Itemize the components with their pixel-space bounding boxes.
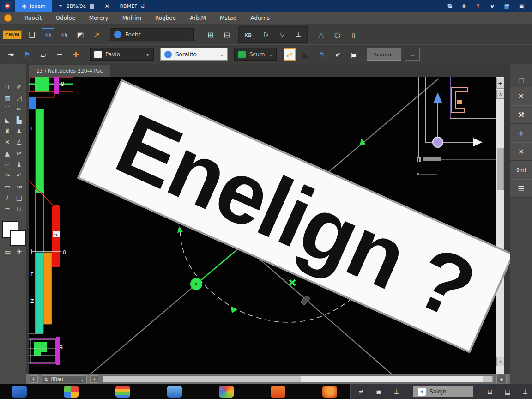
taskbar-tool-icon[interactable]: ▤ bbox=[501, 386, 514, 398]
toolbar-icon-button[interactable]: ⧉ bbox=[42, 28, 54, 41]
draw-tool-icon[interactable]: ♜ bbox=[4, 128, 10, 135]
scum-combobox[interactable]: Scum ⌄ bbox=[234, 48, 277, 61]
right-panel-button[interactable]: ⚒ bbox=[510, 105, 532, 124]
draw-tool-icon[interactable]: ♟ bbox=[16, 128, 22, 135]
toolbar-icon-button[interactable]: ↗ bbox=[91, 28, 103, 41]
app-logo[interactable] bbox=[1, 1, 13, 11]
horizontal-scrollbar[interactable] bbox=[103, 376, 493, 382]
edit-tool-button[interactable]: − bbox=[54, 48, 66, 61]
draw-tool-icon[interactable]: Π bbox=[5, 84, 10, 91]
taskbar-tool-icon[interactable]: ≣ bbox=[372, 386, 386, 398]
edit-tool-button[interactable]: ▱ bbox=[37, 48, 49, 61]
draw-tool-icon[interactable]: ∕ bbox=[6, 194, 8, 201]
pan-button-2[interactable]: ✛ bbox=[90, 375, 98, 383]
taskbar-app-icon[interactable] bbox=[64, 386, 79, 398]
menu-item[interactable]: Odoloe bbox=[48, 12, 82, 24]
menu-item[interactable]: Rogbee bbox=[148, 12, 183, 24]
menu-item[interactable]: Mstad bbox=[213, 12, 243, 24]
titlebar-control-icon[interactable]: ⧉ bbox=[448, 2, 452, 10]
titlebar-control-icon[interactable]: ▦ bbox=[504, 3, 509, 10]
shape-tool-button[interactable]: ○ bbox=[332, 28, 344, 41]
tab-document-2[interactable]: ✒ 2B%/9e ▤ bbox=[52, 0, 101, 12]
grid-tool-button[interactable]: ⊟ bbox=[221, 28, 233, 41]
draw-tool-icon[interactable]: ↝ bbox=[16, 183, 22, 190]
draw-tool-icon[interactable]: ▭ bbox=[4, 183, 10, 190]
draw-tool-icon[interactable]: ↷ bbox=[5, 172, 10, 179]
taskbar-tool-icon[interactable]: ≠ bbox=[354, 386, 368, 398]
diamond-button[interactable]: ◆ bbox=[496, 375, 507, 383]
vertical-scrollbar[interactable]: + ∧ ∧ bbox=[496, 77, 504, 374]
taskbar-tool-icon[interactable]: ⊥ bbox=[389, 386, 403, 398]
titlebar-control-icon[interactable]: ↑ bbox=[476, 3, 481, 10]
taskbar-app-icon[interactable] bbox=[167, 386, 182, 398]
edit-tool-button[interactable]: ⚑ bbox=[21, 48, 33, 61]
edit-tool-button[interactable]: ↠ bbox=[5, 48, 17, 61]
taskbar-app-icon[interactable] bbox=[115, 386, 130, 398]
extra-tool-icon[interactable]: ▭ bbox=[5, 248, 11, 255]
menu-item[interactable]: Adurns bbox=[243, 12, 277, 24]
modify-tool-button[interactable]: ✔ bbox=[332, 48, 344, 61]
draw-tool-icon[interactable]: ▤ bbox=[16, 194, 22, 201]
right-panel-button[interactable]: 9mf bbox=[510, 161, 532, 179]
menu-item[interactable]: Morery bbox=[82, 12, 115, 24]
draw-tool-icon[interactable]: ⧉ bbox=[17, 206, 21, 212]
background-swatch[interactable] bbox=[10, 230, 26, 246]
taskbar-app-icon[interactable] bbox=[322, 386, 337, 398]
right-panel-button[interactable]: ✕ bbox=[510, 142, 532, 161]
shape-tool-button[interactable]: ▯ bbox=[348, 28, 360, 41]
menu-item[interactable]: Ruocit bbox=[18, 12, 48, 24]
snap-tool-icon[interactable]: ▽ bbox=[280, 31, 285, 38]
titlebar-control-icon[interactable]: ✚ bbox=[461, 3, 466, 10]
taskbar-tool-icon[interactable]: ⊞ bbox=[483, 386, 497, 398]
taskbar-app-icon[interactable] bbox=[271, 386, 285, 398]
drawing-tab[interactable]: 13 / Nall.Seelos 220-4 Pac bbox=[29, 65, 110, 77]
draw-tool-icon[interactable]: ⌐ bbox=[5, 161, 10, 168]
menu-item[interactable]: Mnlrim bbox=[115, 12, 148, 24]
modify-tool-button[interactable]: ⇄ bbox=[284, 48, 296, 61]
vertical-scroll-thumb[interactable] bbox=[497, 148, 504, 190]
toolbar-icon-button[interactable]: ⧉ bbox=[58, 28, 70, 41]
taskbar-app-icon[interactable] bbox=[219, 386, 234, 398]
edit-tool-button[interactable]: ✚ bbox=[70, 48, 82, 61]
menu-item[interactable]: Arb.M bbox=[183, 12, 213, 24]
draw-tool-icon[interactable]: ◣ bbox=[5, 117, 10, 124]
draw-tool-icon[interactable]: ⌒ bbox=[4, 106, 11, 113]
draw-tool-icon[interactable]: ▲ bbox=[5, 150, 10, 157]
taskbar-app-icon[interactable] bbox=[12, 386, 27, 398]
active-app-button[interactable]: ✦ Salojn bbox=[413, 386, 473, 397]
snap-tool-icon[interactable]: ᴋᴃ bbox=[244, 31, 252, 38]
shape-tool-button[interactable]: △ bbox=[315, 28, 327, 41]
toolbar-icon-button[interactable]: ◩ bbox=[74, 28, 86, 41]
horizontal-scroll-thumb[interactable] bbox=[301, 376, 483, 382]
scroll-down-button[interactable]: ∧ bbox=[496, 357, 504, 366]
style-combobox[interactable]: Foebt ⌄ bbox=[110, 28, 194, 41]
color-swatch-selector[interactable] bbox=[2, 221, 25, 247]
toolbar-icon-button[interactable]: ❏ bbox=[26, 28, 38, 41]
titlebar-control-icon[interactable]: ∨ bbox=[490, 3, 495, 10]
modify-tool-button[interactable]: ↰ bbox=[316, 48, 328, 61]
draw-tool-icon[interactable]: ♝ bbox=[16, 161, 22, 168]
draw-tool-icon[interactable]: ✂ bbox=[16, 150, 22, 157]
snap-tool-icon[interactable]: ⚐ bbox=[263, 31, 269, 38]
view-combobox[interactable]: ⇅ BBau ⌄ bbox=[42, 375, 87, 383]
taskbar-tool-icon[interactable]: ⊥ bbox=[518, 386, 532, 398]
draw-tool-icon[interactable]: ▙ bbox=[17, 117, 22, 124]
tab-document-3[interactable]: RBMEF Ƌ bbox=[113, 0, 151, 12]
extra-tool-icon[interactable]: ✈ bbox=[17, 248, 22, 255]
zoom-plus-button[interactable]: + bbox=[496, 78, 504, 89]
brand-logo-icon[interactable] bbox=[4, 14, 12, 22]
panel-grid-icon[interactable]: ▤ bbox=[510, 73, 532, 87]
modify-tool-button[interactable]: ◣ bbox=[300, 48, 312, 61]
close-tab-button[interactable]: ✕ bbox=[101, 3, 114, 10]
snap-tool-icon[interactable]: ⊥ bbox=[296, 31, 302, 38]
tab-document-1[interactable]: ◉ Jooam bbox=[15, 0, 52, 12]
draw-tool-icon[interactable]: ∠ bbox=[16, 139, 22, 146]
right-panel-button[interactable]: ✕ bbox=[510, 87, 532, 105]
draw-tool-icon[interactable]: ◿ bbox=[17, 95, 22, 102]
draw-tool-icon[interactable]: ▦ bbox=[4, 95, 10, 102]
equals-button[interactable]: = bbox=[405, 48, 420, 61]
right-panel-button[interactable]: ☰ bbox=[510, 179, 532, 198]
scroll-up-button[interactable]: ∧ bbox=[496, 90, 504, 99]
pan-button[interactable]: ✛ bbox=[30, 375, 38, 383]
draw-tool-icon[interactable]: ✑ bbox=[16, 106, 22, 113]
